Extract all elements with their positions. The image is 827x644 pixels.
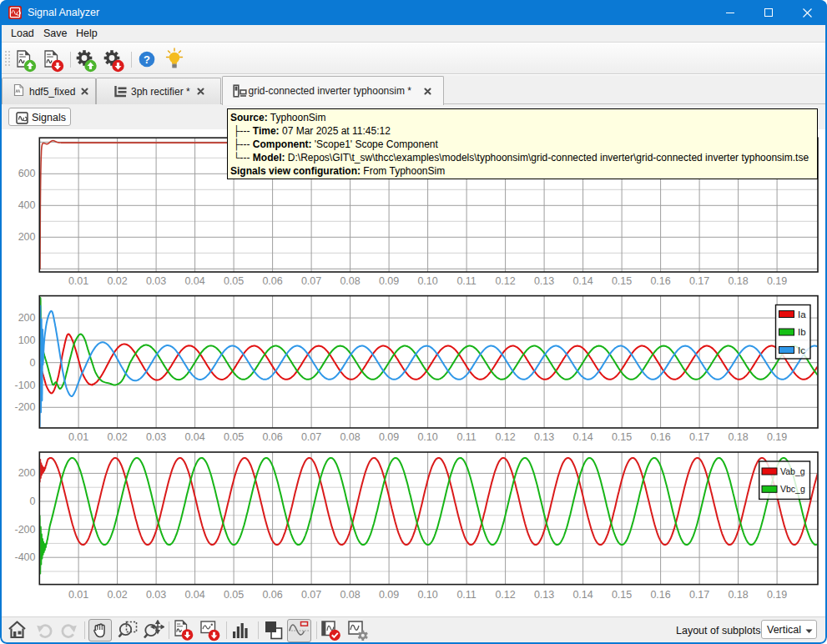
svg-text:0.03: 0.03: [146, 275, 166, 287]
svg-text:0.11: 0.11: [456, 431, 476, 443]
svg-text:0.14: 0.14: [572, 589, 593, 601]
svg-text:0.16: 0.16: [650, 431, 670, 443]
svg-text:100: 100: [18, 335, 36, 346]
svg-text:0.18: 0.18: [728, 431, 748, 443]
svg-text:0.01: 0.01: [68, 275, 88, 287]
svg-text:0.16: 0.16: [650, 589, 670, 601]
svg-text:0.04: 0.04: [184, 589, 204, 601]
svg-text:0.10: 0.10: [417, 589, 437, 601]
svg-text:200: 200: [18, 312, 36, 324]
svg-text:Ic: Ic: [798, 345, 805, 355]
svg-text:0.17: 0.17: [689, 431, 709, 443]
svg-text:-200: -200: [14, 524, 35, 536]
svg-text:0.08: 0.08: [340, 275, 360, 287]
svg-text:0.15: 0.15: [612, 431, 632, 443]
svg-text:?: ?: [144, 53, 150, 66]
svg-text:0.17: 0.17: [689, 275, 709, 287]
svg-text:-100: -100: [14, 380, 35, 391]
svg-text:0.13: 0.13: [534, 431, 554, 443]
svg-text:0.05: 0.05: [224, 275, 244, 287]
svg-text:0.17: 0.17: [689, 589, 709, 601]
svg-text:0.05: 0.05: [224, 589, 244, 601]
svg-text:0.07: 0.07: [301, 431, 321, 443]
svg-text:600: 600: [18, 168, 36, 179]
svg-text:-200: -200: [14, 401, 35, 413]
svg-text:0.12: 0.12: [495, 275, 515, 287]
svg-text:0.19: 0.19: [767, 275, 787, 287]
svg-text:200: 200: [18, 467, 36, 479]
svg-text:0: 0: [30, 357, 36, 369]
svg-text:0.05: 0.05: [224, 431, 244, 443]
svg-text:0.19: 0.19: [767, 431, 787, 443]
svg-text:0.09: 0.09: [379, 275, 399, 287]
svg-text:0.11: 0.11: [456, 589, 476, 601]
svg-text:0.15: 0.15: [612, 589, 632, 601]
svg-text:0.02: 0.02: [107, 431, 127, 443]
svg-text:0.18: 0.18: [728, 589, 748, 601]
svg-text:0.15: 0.15: [612, 275, 632, 287]
svg-text:0.09: 0.09: [379, 589, 399, 601]
svg-text:0.02: 0.02: [107, 275, 127, 287]
svg-text:-400: -400: [14, 551, 35, 563]
svg-text:0.04: 0.04: [184, 431, 204, 443]
svg-text:Vbc_g: Vbc_g: [780, 484, 805, 494]
svg-text:0.13: 0.13: [534, 589, 554, 601]
svg-text:0.12: 0.12: [495, 431, 515, 443]
svg-text:0.03: 0.03: [146, 431, 166, 443]
svg-text:0.06: 0.06: [262, 275, 282, 287]
svg-text:0.01: 0.01: [68, 431, 88, 443]
svg-text:400: 400: [18, 199, 36, 211]
svg-text:0.09: 0.09: [379, 431, 399, 443]
svg-text:0.06: 0.06: [262, 589, 282, 601]
svg-text:0.02: 0.02: [107, 589, 127, 601]
svg-text:Ia: Ia: [798, 309, 806, 319]
svg-text:0: 0: [30, 496, 36, 507]
svg-text:Vab_g: Vab_g: [780, 466, 805, 476]
svg-text:0.14: 0.14: [572, 275, 593, 287]
svg-text:0.07: 0.07: [301, 589, 321, 601]
svg-text:0.10: 0.10: [417, 431, 437, 443]
svg-text:0.13: 0.13: [534, 275, 554, 287]
svg-text:0.08: 0.08: [340, 589, 360, 601]
svg-text:0.06: 0.06: [262, 431, 282, 443]
svg-text:0.19: 0.19: [767, 589, 787, 601]
svg-text:0.16: 0.16: [650, 275, 670, 287]
svg-text:0.14: 0.14: [572, 431, 593, 443]
svg-text:200: 200: [18, 231, 36, 243]
svg-text:0.07: 0.07: [301, 275, 321, 287]
svg-text:0.03: 0.03: [146, 589, 166, 601]
svg-text:0.11: 0.11: [456, 275, 476, 287]
svg-text:0.08: 0.08: [340, 431, 360, 443]
svg-text:0.18: 0.18: [728, 275, 748, 287]
svg-text:0.10: 0.10: [417, 275, 437, 287]
svg-text:0.04: 0.04: [184, 275, 204, 287]
svg-text:0.01: 0.01: [68, 589, 88, 601]
svg-text:Ib: Ib: [798, 327, 806, 337]
svg-text:0.12: 0.12: [495, 589, 515, 601]
